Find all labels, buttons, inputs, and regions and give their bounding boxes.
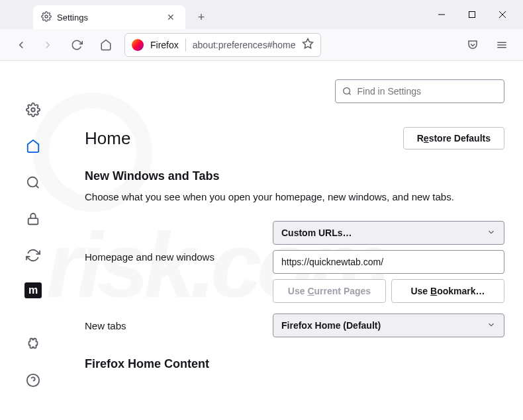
- menu-button[interactable]: [491, 34, 512, 56]
- firefox-logo-icon: [132, 39, 144, 51]
- svg-marker-5: [303, 39, 313, 48]
- minimize-button[interactable]: [426, 0, 457, 29]
- homepage-label: Homepage and new windows: [85, 221, 257, 263]
- sidebar-item-sync[interactable]: [23, 246, 43, 264]
- bookmark-star-icon[interactable]: [302, 38, 314, 52]
- window-controls: [426, 0, 523, 29]
- use-bookmark-button[interactable]: Use Bookmark…: [391, 279, 504, 303]
- settings-search-input[interactable]: [335, 79, 504, 103]
- reload-button[interactable]: [66, 34, 87, 56]
- pocket-icon[interactable]: [462, 34, 483, 56]
- svg-point-0: [45, 15, 48, 18]
- chevron-down-icon: [487, 228, 496, 239]
- gear-icon: [41, 11, 52, 24]
- browser-tab-settings[interactable]: Settings ✕: [33, 5, 185, 29]
- urlbar-text: about:preferences#home: [193, 40, 296, 50]
- settings-sidebar: m: [0, 61, 66, 420]
- maximize-button[interactable]: [457, 0, 487, 29]
- sidebar-item-general[interactable]: [23, 101, 43, 118]
- search-icon: [342, 86, 352, 97]
- newtabs-mode-select[interactable]: Firefox Home (Default): [273, 314, 504, 337]
- browser-toolbar: Firefox about:preferences#home: [0, 29, 523, 61]
- svg-point-9: [31, 108, 35, 112]
- section-heading-new-windows-tabs: New Windows and Tabs: [85, 169, 504, 183]
- homepage-mode-value: Custom URLs…: [281, 228, 352, 238]
- svg-point-15: [344, 88, 350, 95]
- sidebar-item-more-mozilla[interactable]: m: [24, 282, 42, 298]
- sidebar-item-home[interactable]: [23, 137, 43, 155]
- homepage-url-input[interactable]: [273, 250, 504, 274]
- close-tab-button[interactable]: ✕: [164, 12, 177, 22]
- tab-title: Settings: [57, 13, 88, 22]
- sidebar-item-privacy[interactable]: [23, 210, 43, 228]
- home-button[interactable]: [95, 34, 117, 56]
- homepage-mode-select[interactable]: Custom URLs…: [273, 221, 504, 245]
- urlbar-divider: [185, 38, 186, 52]
- tab-bar: Settings ✕ +: [0, 0, 523, 29]
- section-heading-firefox-home-content: Firefox Home Content: [85, 357, 504, 371]
- settings-content: Home Restore Defaults New Windows and Ta…: [66, 61, 523, 420]
- page-title: Home: [85, 128, 130, 149]
- svg-rect-2: [469, 12, 475, 18]
- close-window-button[interactable]: [487, 0, 518, 29]
- newtabs-mode-value: Firefox Home (Default): [281, 320, 381, 331]
- use-current-pages-button[interactable]: Use Current Pages: [273, 279, 386, 303]
- section-description: Choose what you see when you open your h…: [85, 191, 504, 202]
- svg-line-11: [36, 185, 38, 188]
- forward-button[interactable]: [37, 34, 58, 56]
- urlbar-scheme-label: Firefox: [150, 40, 179, 50]
- sidebar-item-search[interactable]: [23, 173, 43, 191]
- sidebar-item-help[interactable]: [23, 372, 43, 390]
- restore-defaults-button[interactable]: Restore Defaults: [403, 127, 504, 149]
- chevron-down-icon: [487, 320, 496, 331]
- newtabs-label: New tabs: [85, 320, 257, 331]
- svg-line-16: [349, 93, 351, 95]
- back-button[interactable]: [11, 34, 32, 56]
- svg-rect-12: [28, 218, 38, 224]
- new-tab-button[interactable]: +: [191, 7, 212, 28]
- address-bar[interactable]: Firefox about:preferences#home: [124, 33, 321, 57]
- sidebar-item-extensions[interactable]: [23, 335, 43, 353]
- svg-point-10: [28, 177, 38, 187]
